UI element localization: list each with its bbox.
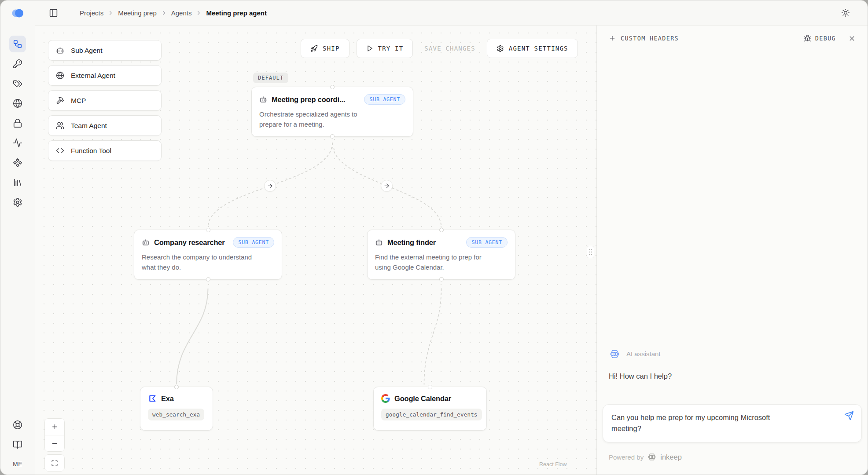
sidebar-item-tags[interactable] bbox=[9, 75, 26, 92]
node-handle-top[interactable] bbox=[428, 385, 432, 389]
sidebar-item-components[interactable] bbox=[9, 154, 26, 171]
palette-item-function-tool[interactable]: Function Tool bbox=[48, 140, 162, 161]
code-icon bbox=[56, 146, 64, 155]
node-handle-top[interactable] bbox=[174, 385, 179, 389]
main-column: Projects Meeting prep Agents Meeting pre… bbox=[35, 0, 868, 475]
breadcrumb-meeting-prep[interactable]: Meeting prep bbox=[118, 9, 157, 17]
add-custom-headers-button[interactable]: CUSTOM HEADERS bbox=[609, 35, 679, 42]
bot-icon bbox=[142, 238, 150, 246]
maximize-icon bbox=[51, 460, 58, 467]
node-google-calendar-tool[interactable]: Google Calendar google_calendar_find_eve… bbox=[373, 387, 487, 431]
bot-icon bbox=[259, 95, 267, 103]
node-handle-top[interactable] bbox=[439, 228, 444, 232]
flow-canvas[interactable]: Sub Agent External Agent MCP Team Agent bbox=[35, 26, 596, 475]
node-title: Meeting finder bbox=[387, 238, 436, 247]
inkeep-mark-icon bbox=[647, 453, 657, 461]
theme-toggle-button[interactable] bbox=[839, 6, 853, 20]
content-row: Sub Agent External Agent MCP Team Agent bbox=[35, 26, 868, 475]
help-button[interactable] bbox=[9, 417, 26, 433]
node-handle-top[interactable] bbox=[206, 228, 210, 232]
fit-view-button[interactable] bbox=[45, 455, 64, 471]
chat-panel: CUSTOM HEADERS DEBUG bbox=[596, 26, 868, 475]
node-title: Google Calendar bbox=[394, 395, 451, 403]
palette-item-label: Team Agent bbox=[71, 122, 107, 130]
debug-button[interactable]: DEBUG bbox=[804, 35, 836, 42]
node-title: Meeting prep coordi... bbox=[272, 95, 345, 104]
app-window: ME Projects Meeting prep Agents Meeting … bbox=[0, 0, 868, 475]
node-meeting-prep-coordinator[interactable]: Meeting prep coordi... SUB AGENT Orchest… bbox=[251, 87, 413, 137]
node-exa-tool[interactable]: Exa web_search_exa bbox=[140, 387, 213, 431]
palette-item-mcp[interactable]: MCP bbox=[48, 90, 162, 111]
node-handle-bottom[interactable] bbox=[206, 277, 210, 281]
chevron-right-icon bbox=[107, 10, 114, 16]
palette-item-label: External Agent bbox=[71, 72, 115, 80]
sidebar-item-settings[interactable] bbox=[9, 194, 26, 211]
breadcrumb-current-page: Meeting prep agent bbox=[206, 9, 267, 17]
debug-label: DEBUG bbox=[815, 35, 836, 42]
top-header: Projects Meeting prep Agents Meeting pre… bbox=[35, 0, 868, 26]
palette-item-label: Function Tool bbox=[71, 147, 111, 155]
zoom-out-button[interactable] bbox=[45, 435, 64, 451]
node-handle-bottom[interactable] bbox=[439, 277, 444, 281]
try-it-label: TRY IT bbox=[378, 45, 404, 52]
breadcrumb-projects[interactable]: Projects bbox=[80, 9, 103, 17]
chat-conversation: AI assistant Hi! How can I help? Can you… bbox=[597, 349, 868, 475]
chat-input-text-line: Can you help me prep for my upcoming Mic… bbox=[611, 412, 837, 424]
node-handle-top[interactable] bbox=[330, 85, 335, 89]
node-company-researcher[interactable]: Company researcher SUB AGENT Research th… bbox=[134, 230, 282, 280]
send-button[interactable] bbox=[844, 411, 854, 424]
google-logo bbox=[381, 394, 390, 403]
user-avatar[interactable]: ME bbox=[13, 460, 22, 468]
agent-settings-button[interactable]: AGENT SETTINGS bbox=[487, 39, 578, 58]
chat-input-text-line: meeting? bbox=[611, 423, 837, 435]
react-flow-attribution[interactable]: React Flow bbox=[539, 461, 567, 468]
node-meeting-finder[interactable]: Meeting finder SUB AGENT Find the extern… bbox=[367, 230, 515, 280]
node-description: Research the company to understand what … bbox=[142, 252, 274, 272]
panel-toggle-button[interactable] bbox=[46, 6, 60, 20]
custom-headers-label: CUSTOM HEADERS bbox=[621, 35, 679, 42]
tool-name-pill: google_calendar_find_events bbox=[381, 409, 482, 420]
inkeep-brand-label: inkeep bbox=[660, 453, 682, 461]
inkeep-logo bbox=[11, 7, 25, 21]
sidebar-item-credentials[interactable] bbox=[9, 115, 26, 132]
sidebar-item-external[interactable] bbox=[9, 95, 26, 112]
sidebar-item-library[interactable] bbox=[9, 174, 26, 191]
library-icon bbox=[13, 178, 22, 187]
sub-agent-badge: SUB AGENT bbox=[466, 237, 508, 248]
rocket-icon bbox=[310, 45, 318, 52]
breadcrumb-agents[interactable]: Agents bbox=[171, 9, 192, 17]
close-panel-button[interactable] bbox=[848, 35, 856, 42]
sidebar-item-activity[interactable] bbox=[9, 135, 26, 151]
palette-item-label: MCP bbox=[71, 97, 86, 105]
node-handle-bottom[interactable] bbox=[330, 134, 335, 139]
chat-panel-header: CUSTOM HEADERS DEBUG bbox=[597, 26, 868, 51]
node-description: Find the external meeting to prep for us… bbox=[375, 252, 508, 272]
node-palette: Sub Agent External Agent MCP Team Agent bbox=[48, 40, 162, 161]
assistant-message: Hi! How can I help? bbox=[597, 372, 868, 380]
panel-resize-grip[interactable] bbox=[587, 246, 594, 258]
docs-button[interactable] bbox=[9, 436, 26, 453]
palette-item-label: Sub Agent bbox=[71, 47, 103, 55]
powered-by-link[interactable]: Powered by inkeep bbox=[597, 453, 868, 461]
palette-item-team-agent[interactable]: Team Agent bbox=[48, 115, 162, 136]
globe-icon bbox=[56, 71, 64, 80]
sidebar-item-keys[interactable] bbox=[9, 55, 26, 72]
zoom-in-button[interactable] bbox=[45, 419, 64, 435]
edge-relation-marker bbox=[381, 180, 393, 192]
try-it-button[interactable]: TRY IT bbox=[357, 39, 413, 58]
assistant-label: AI assistant bbox=[626, 350, 661, 358]
activity-icon bbox=[13, 138, 22, 148]
chat-input[interactable]: Can you help me prep for my upcoming Mic… bbox=[603, 404, 862, 442]
sidebar-item-graph[interactable] bbox=[9, 36, 26, 52]
zoom-controls bbox=[44, 418, 65, 452]
node-title: Exa bbox=[161, 395, 174, 403]
agent-settings-label: AGENT SETTINGS bbox=[509, 45, 568, 52]
save-changes-button[interactable]: SAVE CHANGES bbox=[420, 39, 480, 58]
key-icon bbox=[13, 59, 22, 69]
palette-item-sub-agent[interactable]: Sub Agent bbox=[48, 40, 162, 61]
exa-logo bbox=[148, 394, 157, 403]
arrow-right-icon bbox=[383, 183, 390, 189]
node-title: Company researcher bbox=[154, 238, 225, 247]
ship-button[interactable]: SHIP bbox=[301, 39, 349, 58]
palette-item-external-agent[interactable]: External Agent bbox=[48, 65, 162, 86]
